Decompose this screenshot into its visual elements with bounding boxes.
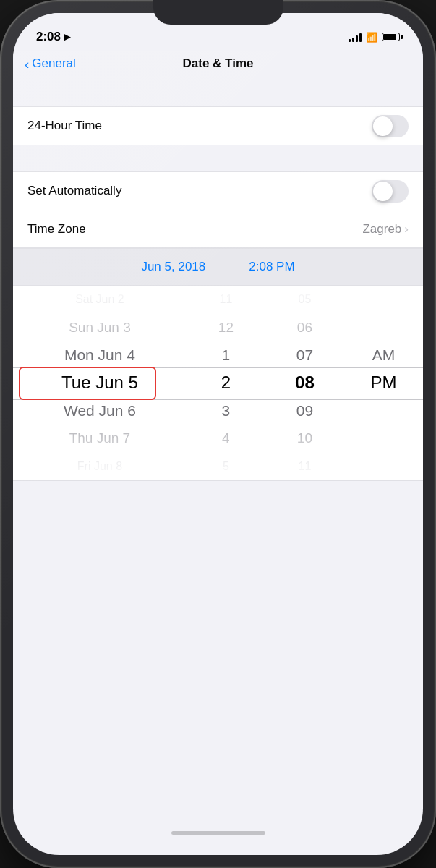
- picker-min-1: 05: [265, 286, 344, 313]
- picker-date-3: Mon Jun 4: [13, 341, 187, 369]
- hour-time-group: 24-Hour Time: [13, 106, 423, 145]
- picker-ampm-2: [344, 313, 423, 341]
- bottom-spacer: [13, 481, 423, 626]
- picker-container[interactable]: Sat Jun 2 Sun Jun 3 Mon Jun 4 Tue Jun 5 …: [13, 286, 423, 481]
- picker-ampm-6: [344, 425, 423, 452]
- picker-hour-5: 3: [187, 397, 265, 425]
- picker-min-3: 07: [265, 341, 344, 369]
- set-auto-toggle[interactable]: [372, 180, 409, 203]
- set-auto-label: Set Automatically: [27, 184, 121, 198]
- timezone-row[interactable]: Time Zone Zagreb ›: [13, 210, 423, 247]
- picker-date-5: Wed Jun 6: [13, 397, 187, 425]
- picker-ampm-7: [344, 453, 423, 480]
- picker-min-4: 08: [265, 369, 344, 396]
- date-selected-row[interactable]: Jun 5, 2018 2:08 PM: [13, 248, 423, 286]
- signal-bar-3: [356, 35, 358, 42]
- back-button[interactable]: ‹ General: [25, 56, 76, 71]
- timezone-value-container: Zagreb ›: [362, 222, 409, 237]
- picker-col-minute[interactable]: 05 06 07 08 09 10 11: [265, 286, 344, 480]
- hour-time-row: 24-Hour Time: [13, 107, 423, 145]
- set-auto-knob: [373, 182, 393, 201]
- phone-frame: 2:08 ▶ 📶 ‹ General: [0, 0, 436, 868]
- section-gap-1: [13, 80, 423, 106]
- picker-date-1: Sat Jun 2: [13, 286, 187, 313]
- picker-min-5: 09: [265, 397, 344, 425]
- wifi-icon: 📶: [366, 32, 377, 43]
- toggle-knob: [373, 116, 393, 136]
- picker-hour-6: 4: [187, 425, 265, 452]
- picker-date-6: Thu Jun 7: [13, 425, 187, 452]
- picker-hour-2: 12: [187, 313, 265, 341]
- timezone-label: Time Zone: [27, 222, 86, 237]
- section-gap-2: [13, 145, 423, 171]
- nav-bar: ‹ General Date & Time: [13, 51, 423, 80]
- picker-ampm-5: [344, 397, 423, 425]
- signal-bar-4: [359, 33, 362, 42]
- time-display: 2:08: [36, 30, 61, 44]
- picker-date-4: Tue Jun 5: [13, 369, 187, 396]
- notch: [153, 0, 283, 25]
- signal-bar-2: [352, 38, 354, 42]
- auto-timezone-group: Set Automatically Time Zone Zagreb ›: [13, 171, 423, 248]
- selected-time: 2:08 PM: [249, 260, 294, 274]
- picker-rows: Sat Jun 2 Sun Jun 3 Mon Jun 4 Tue Jun 5 …: [13, 286, 423, 480]
- status-time: 2:08 ▶: [36, 30, 70, 44]
- battery-icon: [382, 33, 400, 41]
- chevron-left-icon: ‹: [25, 57, 29, 71]
- picker-ampm-3: AM: [344, 341, 423, 369]
- timezone-value: Zagreb: [362, 222, 401, 237]
- screen: 2:08 ▶ 📶 ‹ General: [13, 13, 423, 855]
- set-auto-row: Set Automatically: [13, 172, 423, 210]
- chevron-right-icon: ›: [404, 222, 409, 237]
- signal-bars: [349, 32, 362, 42]
- picker-col-date[interactable]: Sat Jun 2 Sun Jun 3 Mon Jun 4 Tue Jun 5 …: [13, 286, 187, 480]
- picker-min-6: 10: [265, 425, 344, 452]
- picker-col-hour[interactable]: 11 12 1 2 3 4 5: [187, 286, 265, 480]
- picker-date-7: Fri Jun 8: [13, 453, 187, 480]
- picker-hour-7: 5: [187, 453, 265, 480]
- status-icons: 📶: [349, 32, 400, 43]
- hour-time-label: 24-Hour Time: [27, 119, 102, 133]
- picker-hour-4: 2: [187, 369, 265, 396]
- picker-date-2: Sun Jun 3: [13, 313, 187, 341]
- picker-min-7: 11: [265, 453, 344, 480]
- selected-date: Jun 5, 2018: [141, 260, 205, 274]
- settings-content: 24-Hour Time Set Automatically Time Zone: [13, 80, 423, 626]
- location-icon: ▶: [64, 32, 70, 42]
- home-indicator: [171, 831, 265, 835]
- picker-col-ampm[interactable]: AM PM: [344, 286, 423, 480]
- picker-min-2: 06: [265, 313, 344, 341]
- page-title: Date & Time: [183, 56, 254, 71]
- battery-fill: [383, 34, 396, 40]
- signal-bar-1: [349, 39, 351, 42]
- picker-ampm-1: [344, 286, 423, 313]
- hour-time-toggle[interactable]: [372, 115, 409, 137]
- picker-hour-1: 11: [187, 286, 265, 313]
- picker-hour-3: 1: [187, 341, 265, 369]
- picker-ampm-4: PM: [344, 369, 423, 396]
- back-label: General: [32, 56, 75, 71]
